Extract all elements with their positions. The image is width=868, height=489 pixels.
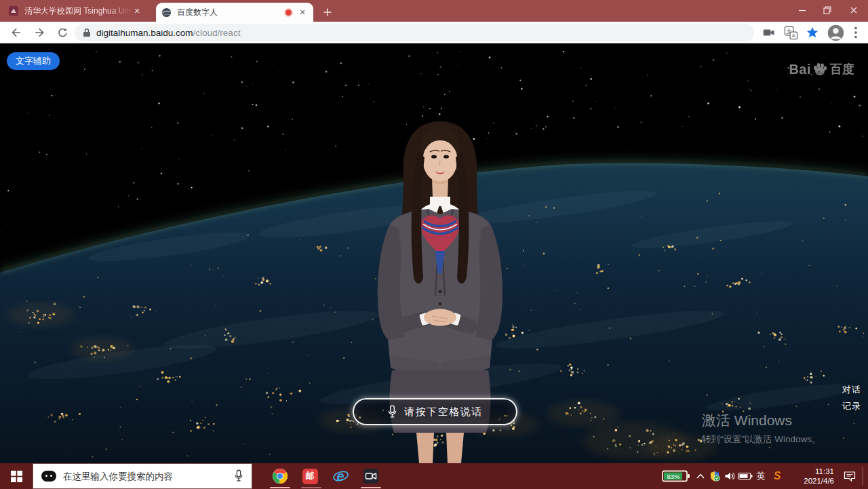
windows-taskbar: 邮 e 83% (0, 463, 868, 489)
tray-expand-button[interactable] (694, 463, 707, 489)
minimize-icon (797, 5, 808, 16)
svg-text:83%: 83% (667, 473, 680, 480)
text-assist-label: 文字辅助 (16, 55, 51, 67)
taskbar-search-box[interactable] (33, 463, 252, 489)
translate-icon: 文 A (784, 26, 798, 40)
new-tab-button[interactable] (320, 5, 335, 20)
reload-button[interactable] (54, 24, 71, 41)
back-button[interactable] (8, 24, 24, 41)
text-assist-button[interactable]: 文字辅助 (7, 52, 60, 70)
browser-toolbar: digitalhuman.baidu.com/cloud/react 文 A (0, 22, 868, 43)
show-desktop-divider[interactable] (863, 467, 863, 485)
bookmark-button[interactable] (804, 24, 821, 41)
push-to-talk-label: 请按下空格说话 (404, 406, 483, 418)
eye (431, 155, 437, 158)
tab-tsinghua[interactable]: 清华大学校园网 Tsinghua Univ ✕ (8, 0, 152, 22)
start-button[interactable] (0, 463, 33, 489)
action-center-icon (844, 471, 856, 482)
tray-volume[interactable] (722, 463, 737, 489)
window-minimize-button[interactable] (791, 0, 814, 20)
translate-button[interactable]: 文 A (783, 24, 799, 41)
tray-ime-indicator[interactable]: 英 (753, 463, 769, 489)
url-text: digitalhuman.baidu.com/cloud/react (96, 28, 240, 38)
battery-gauge-icon: 83% (662, 470, 690, 482)
recording-indicator-icon (285, 9, 292, 16)
dialog-tab[interactable]: 对话 (842, 384, 861, 396)
camera-active-indicator (361, 487, 381, 488)
baidu-logo: Bai du 百度 (789, 61, 854, 77)
jacket-button (439, 302, 442, 306)
window-restore-button[interactable] (816, 0, 839, 20)
action-center-button[interactable] (840, 463, 860, 489)
forward-button[interactable] (31, 24, 47, 41)
reload-icon (56, 26, 69, 39)
chrome-icon (272, 468, 288, 484)
screen: 清华大学校园网 Tsinghua Univ ✕ 百度数字人 ✕ (0, 0, 868, 489)
bookmark-star-icon (806, 26, 819, 39)
window-close-button[interactable] (842, 0, 865, 20)
chrome-active-indicator (270, 487, 290, 488)
svg-text:A: A (791, 33, 795, 39)
internet-explorer-icon: e (332, 468, 349, 485)
tab-baidu-digital-human[interactable]: 百度数字人 ✕ (156, 3, 313, 22)
browser-menu-button[interactable] (849, 24, 863, 41)
chevron-up-icon (696, 473, 705, 479)
push-to-talk-button[interactable]: 请按下空格说话 (353, 398, 517, 425)
globe-favicon (161, 7, 172, 18)
video-camera-icon (762, 26, 776, 39)
tab-title: 清华大学校园网 Tsinghua Univ (24, 5, 132, 17)
windows-activation-watermark: 激活 Windows 转到“设置”以激活 Windows。 (702, 411, 821, 446)
camera-permission-button[interactable] (761, 24, 777, 41)
search-mic-icon[interactable] (234, 469, 243, 483)
jacket-button (439, 290, 442, 294)
avatar-icon (827, 24, 844, 41)
watermark-subtitle: 转到“设置”以激活 Windows。 (702, 433, 821, 446)
tray-battery[interactable] (737, 463, 753, 489)
tab-close-icon[interactable]: ✕ (297, 7, 308, 18)
tab-close-icon[interactable]: ✕ (132, 5, 142, 16)
watermark-title: 激活 Windows (702, 411, 821, 430)
mail-active-indicator (301, 487, 321, 488)
eye (443, 155, 449, 158)
camera-app-icon (363, 468, 379, 484)
forward-arrow-icon (33, 26, 46, 39)
taskbar-camera-button[interactable] (362, 467, 380, 485)
address-bar[interactable]: digitalhuman.baidu.com/cloud/react (75, 24, 754, 41)
taskbar-mail-button[interactable]: 邮 (301, 467, 319, 485)
tab-title: 百度数字人 (177, 7, 285, 18)
windows-logo-icon (11, 471, 22, 482)
battery-percent-widget[interactable]: 83% (662, 470, 690, 482)
three-dots-icon (854, 26, 857, 39)
profile-avatar[interactable] (826, 24, 845, 41)
leg (446, 433, 464, 463)
tray-defender[interactable] (707, 463, 722, 489)
svg-text:du: du (817, 69, 823, 75)
browser-titlebar: 清华大学校园网 Tsinghua Univ ✕ 百度数字人 ✕ (0, 0, 868, 22)
plus-icon (323, 7, 332, 17)
url-host: digitalhuman.baidu.com (96, 28, 193, 38)
clock-time: 11:31 (815, 467, 834, 476)
close-icon (848, 5, 859, 16)
defender-shield-icon (709, 471, 720, 482)
search-input[interactable] (63, 471, 234, 482)
leg (416, 433, 434, 463)
lock-icon (83, 28, 91, 37)
microphone-icon (387, 405, 397, 419)
back-arrow-icon (9, 26, 23, 39)
taskbar-chrome-button[interactable] (271, 467, 289, 485)
restore-icon (822, 5, 833, 16)
speaker-icon (724, 471, 735, 482)
tsinghua-favicon (8, 5, 19, 16)
digital-human-page: 文字辅助 Bai du 百度 请按下空格说话 对话 记录 (0, 43, 868, 463)
baidu-paw-icon: du (812, 61, 828, 77)
taskbar-ie-button[interactable]: e (332, 467, 349, 485)
record-tab[interactable]: 记录 (842, 400, 861, 412)
mail-app-icon: 邮 (302, 469, 318, 484)
url-path: /cloud/react (193, 28, 241, 38)
clock-date: 2021/4/6 (804, 476, 834, 486)
cortana-icon (41, 471, 56, 482)
battery-icon (738, 472, 753, 480)
sogou-input-icon[interactable]: S (769, 463, 785, 489)
taskbar-clock[interactable]: 11:31 2021/4/6 (785, 463, 835, 489)
